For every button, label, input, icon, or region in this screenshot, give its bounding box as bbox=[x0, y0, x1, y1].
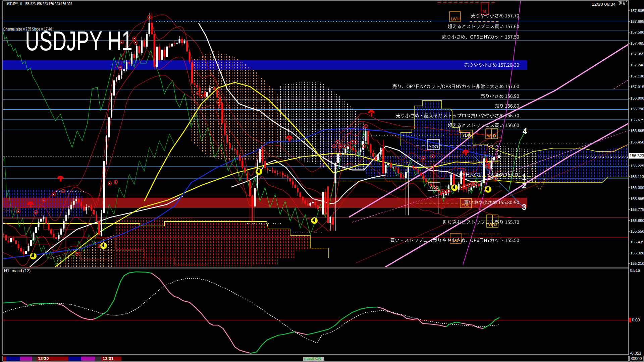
svg-text:155.660: 155.660 bbox=[630, 219, 644, 223]
svg-text:156.000: 156.000 bbox=[630, 186, 644, 190]
svg-text:156.450: 156.450 bbox=[630, 140, 644, 144]
svg-text:macd ON: macd ON bbox=[304, 356, 321, 361]
svg-text:0.516: 0.516 bbox=[630, 268, 640, 273]
svg-text:D: D bbox=[494, 222, 497, 227]
svg-text:155.550: 155.550 bbox=[630, 229, 644, 233]
svg-text:-0.351: -0.351 bbox=[630, 351, 641, 356]
svg-text:156.565: 156.565 bbox=[630, 129, 644, 133]
svg-text:2: 2 bbox=[522, 181, 526, 190]
svg-text:157.580: 157.580 bbox=[630, 30, 644, 34]
svg-text:1: 1 bbox=[522, 173, 526, 182]
svg-text:157.015: 157.015 bbox=[630, 85, 644, 89]
svg-text:155.435: 155.435 bbox=[630, 240, 644, 244]
svg-text:157.240: 157.240 bbox=[630, 63, 644, 67]
svg-text:YDO: YDO bbox=[429, 144, 438, 149]
svg-text:USDJPY H1: USDJPY H1 bbox=[25, 26, 132, 56]
svg-text:30000: 30000 bbox=[631, 356, 642, 361]
svg-text:156.790: 156.790 bbox=[630, 107, 644, 111]
svg-text:156.110: 156.110 bbox=[630, 175, 644, 179]
svg-text:D: D bbox=[493, 134, 496, 138]
svg-text:157.805: 157.805 bbox=[630, 9, 644, 13]
svg-text:4: 4 bbox=[523, 127, 527, 136]
svg-text:0.00: 0.00 bbox=[632, 318, 640, 322]
svg-text:H1 macd (12): H1 macd (12) bbox=[4, 268, 31, 273]
svg-text:12/30: 12/30 bbox=[38, 356, 49, 361]
svg-text:YDL: YDL bbox=[462, 203, 470, 207]
svg-text:YDH: YDH bbox=[462, 133, 471, 138]
svg-text:155.320: 155.320 bbox=[630, 251, 644, 255]
svg-text:157.465: 157.465 bbox=[630, 41, 644, 45]
svg-text:USDJPY,H1 156.323 156.323 156: USDJPY,H1 156.323 156.323 156.323 156.32… bbox=[6, 1, 72, 6]
svg-text:157.130: 157.130 bbox=[630, 74, 644, 78]
svg-text:LWH: LWH bbox=[451, 17, 460, 21]
svg-text:YDC: YDC bbox=[429, 185, 438, 190]
svg-text:156.900: 156.900 bbox=[630, 96, 644, 100]
svg-text:155.775: 155.775 bbox=[630, 207, 644, 212]
svg-text:12/31: 12/31 bbox=[103, 356, 114, 361]
svg-text:156.675: 156.675 bbox=[630, 118, 644, 122]
svg-text:W: W bbox=[487, 134, 491, 138]
svg-text:155.885: 155.885 bbox=[630, 197, 644, 201]
svg-text:157.695: 157.695 bbox=[630, 19, 644, 23]
svg-text:156.323: 156.323 bbox=[630, 154, 644, 158]
svg-text:156.225: 156.225 bbox=[630, 164, 644, 168]
svg-text:3: 3 bbox=[522, 202, 526, 212]
svg-text:M: M bbox=[482, 9, 486, 14]
svg-text:155.210: 155.210 bbox=[630, 261, 644, 265]
svg-text:12/30 06:34: 12/30 06:34 bbox=[592, 2, 616, 7]
svg-text:157.355: 157.355 bbox=[630, 52, 644, 56]
